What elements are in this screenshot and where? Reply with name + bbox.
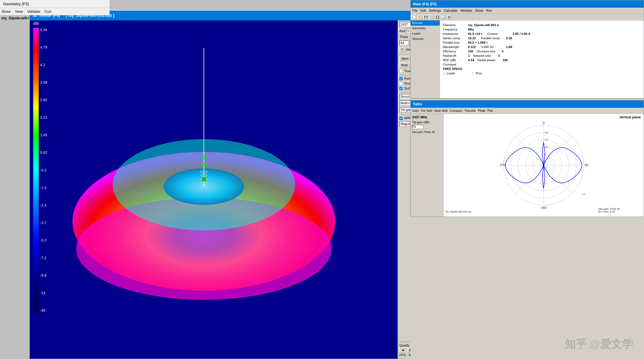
menu-transfer[interactable]: Transfer <box>464 109 476 113</box>
viewer-content: dBi 5.34 4.79 4.2 3.58 2.92 2.22 1.45 0.… <box>30 21 438 359</box>
wavelength-label: Wavelength <box>443 45 466 49</box>
radiated-label: Radiat.eff. <box>443 54 466 58</box>
params-section: Filename my_Dipole-wifi-001.o Frequency … <box>442 22 642 77</box>
tb-open[interactable]: 📂 <box>417 15 422 20</box>
impedance-param: Impedance 81.5 +10 t Current 1.0E / 0.00… <box>443 32 641 36</box>
nec2-menu: File Edit Settings Calculate Window Show… <box>411 8 644 14</box>
scale-unit: dBi <box>33 21 39 26</box>
canvas-area[interactable]: dBi 5.34 4.79 4.2 3.58 2.92 2.22 1.45 0.… <box>30 21 398 359</box>
menu-file[interactable]: File <box>412 9 418 13</box>
sidebar-item-sources[interactable]: Sources <box>411 36 440 42</box>
menu-edit[interactable]: Edit <box>420 9 426 13</box>
true-rad-checkbox[interactable] <box>400 70 403 73</box>
tb-pattern[interactable]: 📊 <box>441 15 446 20</box>
pattern-content: 2437 MHz Tot-gain (dBi) Max-gain: Theta:… <box>411 114 644 217</box>
series-label: Series comp. <box>443 37 466 40</box>
arrl-checkbox[interactable] <box>400 117 403 120</box>
svg-text:-20: -20 <box>544 138 548 141</box>
viewer-window: 3D Viewer (F9) [ my_Dipole-wifi-001.out … <box>29 10 438 359</box>
frequency-param: Frequency Mhz <box>443 28 641 32</box>
radial-power-value: 100 <box>502 59 508 62</box>
ident-button[interactable]: Ident <box>400 56 410 61</box>
free-space-label: FREE SPACE <box>443 67 462 71</box>
network-loss-value: 0 <box>498 54 500 58</box>
svg-point-10 <box>202 163 206 167</box>
menu-validate[interactable]: Validate <box>27 10 40 14</box>
svg-text:-10: -10 <box>544 146 548 148</box>
struct-loss-label: Structure loss <box>476 50 500 53</box>
right-panel: Main (F4) (F5) File Edit Settings Calcul… <box>410 0 644 359</box>
menu-window[interactable]: Window <box>460 9 472 13</box>
svg-text:90: 90 <box>584 163 588 167</box>
zoom-out-button[interactable]: < <box>400 47 405 52</box>
quality-label: Quality <box>400 344 410 347</box>
pattern-window: Tallin Gain Far field Near field Compact… <box>410 100 644 217</box>
freq-label: Frequency <box>443 28 466 32</box>
menu-show[interactable]: Show <box>2 10 10 14</box>
svg-text:-30: -30 <box>544 131 548 134</box>
svg-text:180: 180 <box>541 206 546 210</box>
wavelength-param: Wavelength 0.122 S:WR 50 1.68 <box>443 45 641 49</box>
pattern-menu: Gain Far field Near field Compact Transf… <box>411 108 644 114</box>
nec2-toolbar: 📄 📂 💾 ⚡ 🔲 📊 ⚙ <box>411 14 644 21</box>
radiated-value: 1 <box>468 54 470 58</box>
gain-input[interactable] <box>412 125 423 129</box>
menu-phab[interactable]: Phab <box>478 109 485 113</box>
radiation-pattern-3d <box>44 30 364 349</box>
svg-text:Max gain: Theta 90: Max gain: Theta 90 <box>598 207 620 210</box>
chart-freq: 2437 MHz <box>412 115 442 119</box>
loads-radio[interactable] <box>443 72 445 75</box>
svg-point-11 <box>202 177 206 182</box>
menu-calculate[interactable]: Calculate <box>444 9 458 13</box>
parallel-comp-label: Parallel comp. <box>481 37 505 40</box>
menu-settings[interactable]: Settings <box>429 9 441 13</box>
ground-checkbox[interactable] <box>400 82 403 85</box>
swr-value: 1.68 <box>506 45 512 49</box>
color-bar <box>33 28 39 313</box>
parallel-loss-label: Parallel loss. <box>443 41 466 45</box>
menu-near-field[interactable]: Near field <box>434 109 448 113</box>
sidebar-item-results[interactable]: Results <box>411 21 440 26</box>
app-title: Geometry <box>3 2 21 7</box>
menu-plot[interactable]: Plot <box>488 109 493 113</box>
app-shortcut: (F3) <box>22 2 29 7</box>
surfaces-checkbox[interactable] <box>400 87 403 90</box>
loads-label: Loads <box>447 72 470 75</box>
menu-view[interactable]: View <box>15 10 23 14</box>
nec2-title: Main (F4) (F5) <box>411 0 644 8</box>
menu-curr[interactable]: Curr <box>44 10 52 14</box>
polar-chart-svg: 0 90 180 270 -30 -20 -10 0 5 XY <box>444 114 644 217</box>
svg-text:0: 0 <box>543 121 544 125</box>
sidebar-item-loads[interactable]: Loads <box>411 31 440 36</box>
app-title-bar: Geometry (F3) <box>0 0 110 8</box>
quality-dec-button[interactable]: ◄ <box>400 347 406 352</box>
pattern-left-controls: 2437 MHz Tot-gain (dBi) Max-gain: Theta:… <box>411 114 444 217</box>
watermark: 知乎 @爱文学 <box>564 337 633 352</box>
menu-far-field[interactable]: Far field <box>421 109 432 113</box>
menu-show2[interactable]: Show <box>475 9 483 13</box>
pattern-title: Tallin <box>411 100 644 108</box>
efficiency-value: 100 <box>468 50 473 53</box>
tb-calc[interactable]: ⚡ <box>429 15 434 20</box>
svg-text:270: 270 <box>500 163 506 167</box>
tb-settings[interactable]: ⚙ <box>446 15 452 20</box>
menu-gain[interactable]: Gain <box>412 109 419 113</box>
vertical-plane-label: Vertical plane <box>620 115 641 119</box>
theta-label: Theta <box>400 35 410 39</box>
axis-label: Axis <box>400 29 406 33</box>
sidebar-item-geometry[interactable]: Geometry <box>411 26 440 31</box>
theta-input[interactable] <box>400 40 408 46</box>
prov-radio[interactable] <box>472 72 474 75</box>
rotc-button[interactable]: Rotc <box>400 63 410 68</box>
series-param: Series comp. 10.15 Parallel comp. 0.56 <box>443 37 641 40</box>
axis-checkbox[interactable] <box>400 77 403 80</box>
rgf-param: RDF (dB) 4.54 Radial power 100 <box>443 59 641 62</box>
filename-value: my_Dipole-wifi-001.o <box>468 23 499 27</box>
svg-text:40 / Gain: 5.19: 40 / Gain: 5.19 <box>598 210 615 213</box>
nec2-right-content: Filename my_Dipole-wifi-001.o Frequency … <box>440 21 644 98</box>
tb-view3d[interactable]: 🔲 <box>435 15 440 20</box>
tb-new[interactable]: 📄 <box>412 15 416 20</box>
menu-run[interactable]: Run <box>486 9 492 13</box>
tb-save[interactable]: 💾 <box>423 15 428 20</box>
menu-compact[interactable]: Compact <box>450 109 462 113</box>
